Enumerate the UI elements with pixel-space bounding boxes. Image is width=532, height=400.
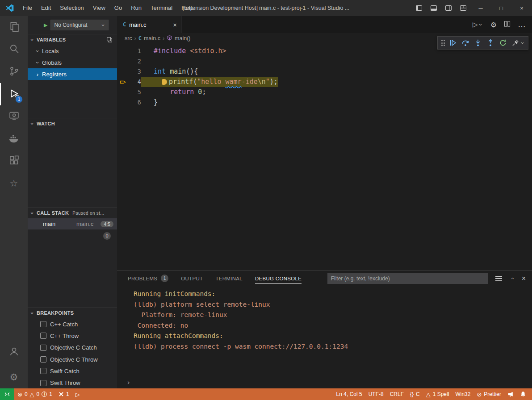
- panel-tab-terminal[interactable]: TERMINAL: [215, 271, 243, 286]
- checkbox-icon[interactable]: [40, 368, 46, 374]
- continue-button[interactable]: [447, 37, 459, 49]
- toggle-sidebar-icon[interactable]: [411, 0, 426, 16]
- breadcrumb-folder[interactable]: src: [125, 35, 132, 42]
- cursor-position[interactable]: Ln 4, Col 5: [333, 388, 365, 400]
- breakpoint-item-c-catch[interactable]: C++ Catch: [28, 318, 117, 330]
- tree-item-locals[interactable]: ›Locals: [28, 45, 117, 57]
- menu-go[interactable]: Go: [110, 0, 126, 16]
- debug-console-input[interactable]: ›: [117, 377, 532, 388]
- tree-item-registers[interactable]: ›Registers: [28, 68, 117, 80]
- bell-icon[interactable]: [517, 388, 529, 400]
- spell-checker-status[interactable]: △ 1 Spell: [423, 388, 452, 400]
- breakpoint-item-objective-c-throw[interactable]: Objective C Throw: [28, 354, 117, 365]
- filter-lines-icon[interactable]: [495, 276, 502, 281]
- accounts-button[interactable]: [0, 341, 28, 363]
- eol-indicator[interactable]: CRLF: [387, 388, 407, 400]
- panel-tab-problems[interactable]: PROBLEMS1: [128, 271, 168, 286]
- code-line-6[interactable]: 6}: [117, 97, 532, 108]
- debug-console-output[interactable]: Running initCommands:(lldb) platform sel…: [117, 286, 532, 377]
- menu-view[interactable]: View: [88, 0, 110, 16]
- close-button[interactable]: ×: [511, 0, 532, 16]
- toggle-secondary-sidebar-icon[interactable]: [441, 0, 456, 16]
- section-title: VARIABLES: [37, 37, 66, 42]
- chevron-down-icon[interactable]: ›: [520, 40, 526, 46]
- call-stack-header[interactable]: › CALL STACK Paused on st...: [28, 208, 117, 218]
- console-filter-input[interactable]: [327, 273, 488, 284]
- variables-header[interactable]: › VARIABLES: [28, 34, 117, 45]
- step-into-button[interactable]: [472, 37, 484, 49]
- more-actions-icon[interactable]: …: [518, 23, 526, 26]
- debug-current-line-arrow-icon[interactable]: [117, 77, 130, 87]
- tree-item-globals[interactable]: ›Globals: [28, 57, 117, 68]
- panel-tab-debug-console[interactable]: DEBUG CONSOLE: [255, 271, 302, 286]
- chevron-up-icon[interactable]: ›: [509, 276, 515, 281]
- panel-tab-output[interactable]: OUTPUT: [181, 271, 203, 286]
- language-label: C: [416, 391, 420, 397]
- panel-close-icon[interactable]: ×: [522, 275, 526, 283]
- start-debugging-icon[interactable]: ▶: [44, 22, 47, 28]
- run-file-button[interactable]: ▷›: [473, 21, 483, 29]
- inline-breakpoint-icon[interactable]: [162, 79, 167, 85]
- settings-button[interactable]: ⚙: [0, 366, 28, 388]
- restart-button[interactable]: [497, 37, 509, 49]
- split-editor-icon[interactable]: [504, 21, 511, 29]
- language-mode[interactable]: {} C: [407, 388, 423, 400]
- checkbox-icon[interactable]: [40, 380, 46, 386]
- checkbox-icon[interactable]: [40, 333, 46, 339]
- breadcrumb-symbol[interactable]: main(): [175, 35, 190, 42]
- checkbox-icon[interactable]: [40, 356, 46, 362]
- sidebar-item-extensions[interactable]: [0, 150, 28, 172]
- breakpoint-item-swift-catch[interactable]: Swift Catch: [28, 365, 117, 377]
- debug-status[interactable]: ▷: [72, 388, 83, 400]
- tab-main-c[interactable]: C main.c ×: [117, 16, 182, 33]
- menu-edit[interactable]: Edit: [37, 0, 55, 16]
- drag-handle[interactable]: [441, 40, 445, 46]
- section-title: CALL STACK: [37, 210, 69, 216]
- breakpoint-item-swift-throw[interactable]: Swift Throw: [28, 377, 117, 388]
- toggle-panel-icon[interactable]: [426, 0, 441, 16]
- tools-status[interactable]: 1: [55, 388, 72, 400]
- platform-indicator[interactable]: Win32: [452, 388, 473, 400]
- encoding-indicator[interactable]: UTF-8: [365, 388, 387, 400]
- menu-run[interactable]: Run: [126, 0, 146, 16]
- sidebar-item-remote-explorer[interactable]: [0, 105, 28, 128]
- minimize-button[interactable]: ─: [470, 0, 491, 16]
- copy-icon[interactable]: [106, 37, 113, 43]
- sidebar-item-explorer[interactable]: [0, 16, 28, 38]
- remote-indicator[interactable]: [0, 388, 14, 400]
- breakpoints-header[interactable]: › BREAKPOINTS: [28, 308, 117, 318]
- c-file-icon: C: [123, 21, 126, 28]
- sidebar-item-source-control[interactable]: [0, 61, 28, 83]
- announcement-icon[interactable]: [504, 388, 517, 400]
- sidebar-item-favorites[interactable]: ☆: [0, 172, 28, 195]
- sidebar-item-docker[interactable]: [0, 128, 28, 150]
- sidebar-item-search[interactable]: [0, 38, 28, 61]
- gear-icon[interactable]: ⚙: [490, 21, 497, 29]
- breakpoint-item-objective-c-catch[interactable]: Objective C Catch: [28, 342, 117, 354]
- step-over-button[interactable]: [459, 37, 472, 49]
- menu-file[interactable]: File: [18, 0, 37, 16]
- formatter-status[interactable]: ⊘ Prettier: [473, 388, 504, 400]
- code-line-3[interactable]: 3int main(){: [117, 67, 532, 77]
- code-line-2[interactable]: 2: [117, 56, 532, 67]
- code-line-4[interactable]: 4 printf("hello wamr-ide\n");: [117, 77, 532, 87]
- maximize-button[interactable]: □: [491, 0, 511, 16]
- breakpoint-item-c-throw[interactable]: C++ Throw: [28, 330, 117, 342]
- callstack-frame[interactable]: mainmain.c4:5: [28, 218, 117, 229]
- watch-header[interactable]: › WATCH: [28, 118, 117, 129]
- tab-close-icon[interactable]: ×: [173, 21, 177, 29]
- checkbox-icon[interactable]: [40, 321, 46, 327]
- window-controls: ─ □ ×: [411, 0, 532, 16]
- sidebar-item-run-debug[interactable]: 1: [0, 83, 28, 105]
- step-out-button[interactable]: [484, 37, 497, 49]
- customize-layout-icon[interactable]: [456, 0, 470, 16]
- launch-configuration-dropdown[interactable]: No Configurat ›: [50, 20, 109, 30]
- checkbox-icon[interactable]: [40, 345, 46, 351]
- menu-selection[interactable]: Selection: [55, 0, 88, 16]
- code-editor[interactable]: 1#include <stdio.h>23int main(){4 printf…: [117, 44, 532, 270]
- chevron-down-icon: ›: [35, 60, 41, 65]
- menu-terminal[interactable]: Terminal: [146, 0, 177, 16]
- problems-status[interactable]: ⊗ 0 △ 0 1: [14, 388, 55, 400]
- code-line-5[interactable]: 5 return 0;: [117, 87, 532, 97]
- breadcrumb-file[interactable]: main.c: [144, 35, 160, 42]
